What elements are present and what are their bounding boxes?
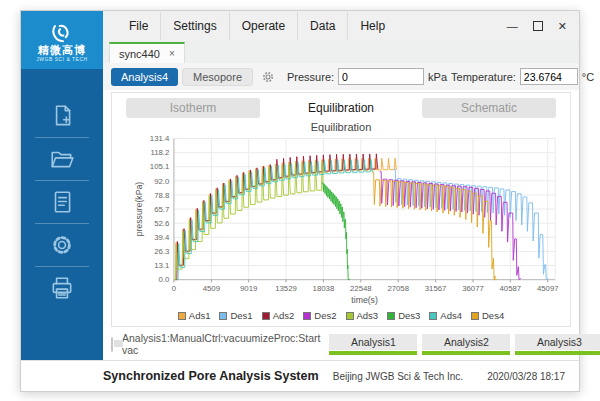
legend-item-des2: Des2 — [303, 310, 336, 321]
temperature-unit: °C — [582, 71, 594, 83]
svg-text:22548: 22548 — [350, 284, 372, 293]
svg-text:13.1: 13.1 — [154, 261, 169, 270]
titlebar[interactable]: File Settings Operate Data Help — ✕ — [103, 11, 579, 41]
mesopore-button[interactable]: Mesopore — [182, 68, 253, 86]
sidebar-settings-button[interactable] — [21, 224, 103, 266]
legend-label: Des2 — [314, 310, 336, 321]
svg-text:0.0: 0.0 — [159, 275, 170, 284]
status-message: Analysis1:ManualCtrl:vacuumizeProc:Start… — [122, 332, 320, 356]
analysis4-button[interactable]: Analysis4 — [111, 68, 178, 86]
close-button[interactable]: ✕ — [558, 21, 567, 32]
legend-swatch — [346, 312, 354, 320]
chart-title: Equilibration — [112, 121, 570, 133]
analysis-progress-bar — [329, 351, 417, 355]
sidebar-print-button[interactable] — [21, 267, 103, 309]
logo-swirl-icon — [49, 20, 75, 44]
new-file-icon — [49, 103, 75, 129]
svg-text:39.4: 39.4 — [154, 233, 170, 242]
analysis-progress-bar — [515, 351, 600, 355]
legend-swatch — [178, 312, 186, 320]
sidebar: 精微高博 JWGB SCI & TECH — [21, 11, 103, 360]
legend-swatch — [429, 312, 437, 320]
minimize-button[interactable]: — — [507, 21, 518, 32]
analysis-button-label: Analysis3 — [515, 334, 600, 350]
svg-text:27058: 27058 — [387, 284, 409, 293]
menubar: File Settings Operate Data Help — [117, 12, 397, 40]
tab-label: sync440 — [119, 48, 160, 60]
menu-file[interactable]: File — [117, 12, 161, 40]
legend-item-ads3: Ads3 — [346, 310, 379, 321]
legend-swatch — [471, 312, 479, 320]
svg-text:pressure(kPa): pressure(kPa) — [134, 182, 144, 237]
company-name: Beijing JWGB Sci & Tech Inc. — [333, 371, 463, 382]
legend-item-ads2: Ads2 — [262, 310, 295, 321]
toolbar: Analysis4 Mesopore Pressure: kPa Tempera… — [103, 63, 579, 90]
tab-isotherm[interactable]: Isotherm — [126, 98, 260, 118]
tab-sync440[interactable]: sync440 × — [109, 42, 185, 63]
chart-panel: Isotherm Equilibration Schematic Equilib… — [111, 92, 571, 327]
equilibration-chart: 0.013.126.339.452.665.778.892.0105.1118.… — [112, 133, 586, 309]
sidebar-new-file-button[interactable] — [21, 95, 103, 137]
sidebar-open-file-button[interactable] — [21, 138, 103, 180]
svg-text:131.4: 131.4 — [150, 134, 170, 143]
pressure-unit: kPa — [428, 71, 447, 83]
legend-label: Des3 — [398, 310, 420, 321]
legend-label: Des4 — [482, 310, 504, 321]
menu-data[interactable]: Data — [298, 12, 348, 40]
legend-label: Ads1 — [189, 310, 211, 321]
svg-text:4509: 4509 — [203, 284, 220, 293]
svg-text:78.8: 78.8 — [154, 191, 169, 200]
svg-text:31567: 31567 — [425, 284, 447, 293]
document-tabbar: sync440 × — [103, 41, 579, 63]
svg-text:9019: 9019 — [240, 284, 257, 293]
menu-operate[interactable]: Operate — [230, 12, 298, 40]
svg-text:time(s): time(s) — [351, 295, 378, 305]
tab-schematic[interactable]: Schematic — [422, 98, 556, 118]
legend-swatch — [387, 312, 395, 320]
printer-icon — [49, 275, 75, 301]
menu-settings[interactable]: Settings — [161, 12, 229, 40]
analysis-button-label: Analysis1 — [329, 334, 417, 350]
temperature-input[interactable] — [520, 68, 578, 85]
chart-legend: Ads1Des1Ads2Des2Ads3Des3Ads4Des4 — [112, 310, 570, 321]
analysis-button-label: Analysis2 — [422, 334, 510, 350]
svg-text:0: 0 — [172, 284, 177, 293]
analysis1-progress-button[interactable]: Analysis1 — [329, 334, 417, 355]
legend-label: Ads3 — [357, 310, 379, 321]
status-row: Analysis1:ManualCtrl:vacuumizeProc:Start… — [111, 332, 571, 356]
logo-title: 精微高博 — [38, 45, 86, 56]
svg-text:18038: 18038 — [313, 284, 335, 293]
analysis-progress-bar — [422, 351, 510, 355]
view-subtabs: Isotherm Equilibration Schematic — [112, 93, 570, 120]
tab-equilibration[interactable]: Equilibration — [274, 98, 408, 118]
legend-label: Ads4 — [440, 310, 462, 321]
gear-icon — [261, 70, 275, 84]
svg-text:13529: 13529 — [275, 284, 297, 293]
datetime: 2020/03/28 18:17 — [487, 371, 565, 382]
svg-text:65.7: 65.7 — [154, 205, 169, 214]
sidebar-report-button[interactable] — [21, 181, 103, 223]
analysis3-progress-button[interactable]: Analysis3 — [515, 334, 600, 355]
svg-text:92.0: 92.0 — [154, 177, 170, 186]
analysis2-progress-button[interactable]: Analysis2 — [422, 334, 510, 355]
legend-item-ads1: Ads1 — [178, 310, 211, 321]
legend-item-des1: Des1 — [219, 310, 252, 321]
svg-text:36077: 36077 — [462, 284, 484, 293]
menu-help[interactable]: Help — [348, 12, 397, 40]
svg-text:40587: 40587 — [500, 284, 522, 293]
maximize-button[interactable] — [533, 21, 543, 31]
logo-subtitle: JWGB SCI & TECH — [36, 56, 87, 63]
pressure-input[interactable] — [338, 68, 424, 85]
legend-item-des3: Des3 — [387, 310, 420, 321]
temperature-label: Temperature: — [451, 71, 516, 83]
svg-text:26.3: 26.3 — [154, 247, 169, 256]
sidebar-nav — [21, 69, 103, 309]
report-icon — [49, 189, 75, 215]
toolbar-gear-button[interactable] — [261, 70, 275, 84]
legend-item-ads4: Ads4 — [429, 310, 462, 321]
legend-swatch — [303, 312, 311, 320]
close-tab-icon[interactable]: × — [169, 49, 175, 59]
svg-text:105.1: 105.1 — [150, 162, 169, 171]
open-folder-icon — [49, 146, 75, 172]
log-toggle[interactable] — [111, 337, 113, 352]
